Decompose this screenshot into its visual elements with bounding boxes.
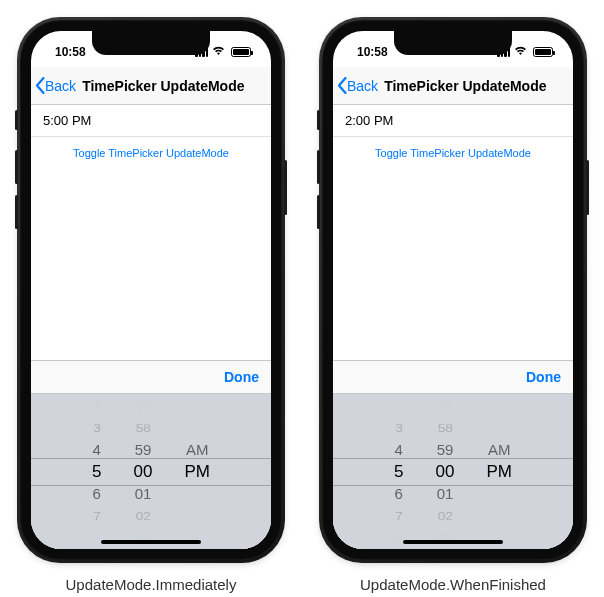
chevron-left-icon <box>337 77 347 94</box>
phone-right-wrapper: 10:58 Back TimePicker UpdateMode <box>322 20 584 593</box>
hour-wheel[interactable]: 2 3 4 5 6 7 8 <box>386 395 411 549</box>
wheel-row: 7 <box>93 507 101 524</box>
wheel-row-selected: PM <box>184 461 210 483</box>
clock: 10:58 <box>47 45 86 59</box>
done-button[interactable]: Done <box>224 369 259 385</box>
wheel-row-selected: 5 <box>92 461 101 483</box>
wheel-row-selected: 5 <box>394 461 403 483</box>
iphone-frame: 10:58 Back TimePicker UpdateMode <box>20 20 282 560</box>
wheel-row: 59 <box>135 439 152 459</box>
page-title: TimePicker UpdateMode <box>82 78 244 94</box>
wheel-row: 01 <box>437 483 454 503</box>
home-indicator[interactable] <box>403 540 503 544</box>
wheel-row: 2 <box>93 399 100 412</box>
wheel-row-selected: 00 <box>436 461 455 483</box>
time-field[interactable]: 2:00 PM <box>333 105 573 137</box>
minute-wheel[interactable]: 57 58 59 00 01 02 03 <box>126 395 161 549</box>
screen: 10:58 Back TimePicker UpdateMode <box>333 31 573 549</box>
battery-icon <box>231 47 251 57</box>
home-indicator[interactable] <box>101 540 201 544</box>
power-button <box>284 160 287 215</box>
toggle-updatemode-button[interactable]: Toggle TimePicker UpdateMode <box>31 137 271 169</box>
navigation-bar: Back TimePicker UpdateMode <box>31 67 271 105</box>
picker-toolbar: Done <box>31 360 271 394</box>
minute-wheel[interactable]: 57 58 59 00 01 02 03 <box>428 395 463 549</box>
wheel-row: 3 <box>93 419 101 436</box>
page-title: TimePicker UpdateMode <box>384 78 546 94</box>
wheel-row: 4 <box>395 439 403 459</box>
battery-icon <box>533 47 553 57</box>
notch <box>92 31 210 55</box>
power-button <box>586 160 589 215</box>
volume-up <box>317 150 320 184</box>
volume-down <box>317 195 320 229</box>
navigation-bar: Back TimePicker UpdateMode <box>333 67 573 105</box>
wheel-row: 3 <box>395 419 403 436</box>
time-field[interactable]: 5:00 PM <box>31 105 271 137</box>
wheel-row: 57 <box>438 399 452 412</box>
picker-wheels[interactable]: 2 3 4 5 6 7 8 57 58 59 00 01 02 <box>333 394 573 549</box>
wheel-row-selected: 00 <box>134 461 153 483</box>
mute-switch <box>317 110 320 130</box>
wheel-row: 7 <box>395 507 403 524</box>
wheel-row: 6 <box>395 483 403 503</box>
wheel-row: 58 <box>437 419 452 436</box>
done-button[interactable]: Done <box>526 369 561 385</box>
period-wheel[interactable]: AM PM <box>478 395 520 549</box>
content-area <box>31 169 271 360</box>
clock: 10:58 <box>349 45 388 59</box>
wheel-row: 59 <box>437 439 454 459</box>
chevron-left-icon <box>35 77 45 94</box>
content-area <box>333 169 573 360</box>
wheel-row: 01 <box>135 483 152 503</box>
volume-up <box>15 150 18 184</box>
wheel-row: 02 <box>135 507 150 524</box>
back-label: Back <box>347 78 378 94</box>
caption-left: UpdateMode.Immediately <box>66 576 237 593</box>
back-label: Back <box>45 78 76 94</box>
wheel-row: 4 <box>93 439 101 459</box>
back-button[interactable]: Back <box>31 77 76 94</box>
hour-wheel[interactable]: 2 3 4 5 6 7 8 <box>84 395 109 549</box>
wheel-row: 6 <box>93 483 101 503</box>
phone-left-wrapper: 10:58 Back TimePicker UpdateMode <box>20 20 282 593</box>
notch <box>394 31 512 55</box>
wheel-row: 2 <box>395 399 402 412</box>
mute-switch <box>15 110 18 130</box>
toggle-updatemode-button[interactable]: Toggle TimePicker UpdateMode <box>333 137 573 169</box>
wheel-row: 57 <box>136 399 150 412</box>
wheel-row-selected: PM <box>486 461 512 483</box>
wheel-row: AM <box>488 439 511 459</box>
screen: 10:58 Back TimePicker UpdateMode <box>31 31 271 549</box>
caption-right: UpdateMode.WhenFinished <box>360 576 546 593</box>
wifi-icon <box>514 46 527 58</box>
volume-down <box>15 195 18 229</box>
picker-toolbar: Done <box>333 360 573 394</box>
wifi-icon <box>212 46 225 58</box>
back-button[interactable]: Back <box>333 77 378 94</box>
wheel-row: 02 <box>437 507 452 524</box>
wheel-row: AM <box>186 439 209 459</box>
wheel-row: 8 <box>93 531 100 544</box>
period-wheel[interactable]: AM PM <box>176 395 218 549</box>
picker-wheels[interactable]: 2 3 4 5 6 7 8 57 58 59 00 01 02 <box>31 394 271 549</box>
time-picker: Done 2 3 4 5 6 7 8 57 58 <box>333 360 573 549</box>
iphone-frame: 10:58 Back TimePicker UpdateMode <box>322 20 584 560</box>
wheel-row: 58 <box>135 419 150 436</box>
time-picker: Done 2 3 4 5 6 7 8 57 58 <box>31 360 271 549</box>
wheel-row: 8 <box>395 531 402 544</box>
